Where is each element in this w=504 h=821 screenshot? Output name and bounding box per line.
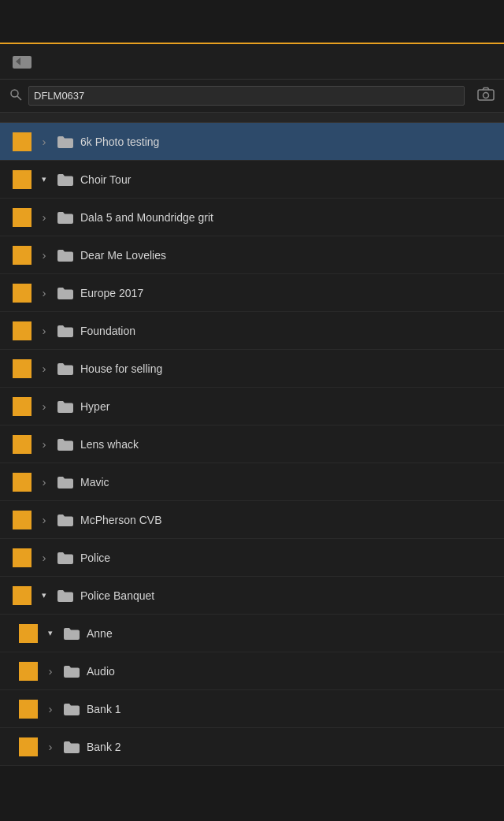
folder-icon xyxy=(57,286,74,300)
list-item[interactable]: › Mavic xyxy=(0,463,504,501)
item-name: Bank 1 xyxy=(87,703,504,715)
item-name: McPherson CVB xyxy=(80,514,504,526)
expand-arrow[interactable]: › xyxy=(44,664,57,678)
item-name: Foundation xyxy=(80,325,504,337)
item-name: 6k Photo testing xyxy=(80,136,504,148)
folder-icon xyxy=(63,702,80,716)
item-name: Police xyxy=(80,552,504,564)
list-item[interactable]: ▾ Choir Tour xyxy=(0,161,504,199)
list-item[interactable]: › Audio xyxy=(0,652,504,690)
color-swatch xyxy=(13,548,32,567)
item-name: Mavic xyxy=(80,476,504,489)
item-name: Dear Me Lovelies xyxy=(80,249,504,262)
file-list: › 6k Photo testing▾ Choir Tour› Dala 5 a… xyxy=(0,123,504,766)
color-swatch xyxy=(13,511,32,529)
color-swatch xyxy=(13,284,32,303)
expand-arrow[interactable]: › xyxy=(38,513,50,526)
item-name: Anne xyxy=(87,627,504,640)
back-icon[interactable] xyxy=(9,50,35,72)
folder-icon xyxy=(57,362,74,376)
item-name: House for selling xyxy=(80,362,504,375)
list-item[interactable]: ▾ Anne xyxy=(0,615,504,652)
expand-arrow[interactable]: ▾ xyxy=(38,174,50,184)
expand-arrow[interactable]: ▾ xyxy=(44,628,57,638)
folder-icon xyxy=(57,437,74,451)
folder-icon xyxy=(57,324,74,338)
expand-arrow[interactable]: › xyxy=(44,740,57,753)
camera-icon[interactable] xyxy=(477,87,495,105)
expand-arrow[interactable]: › xyxy=(38,248,50,262)
color-swatch xyxy=(13,208,32,227)
svg-point-5 xyxy=(484,93,489,98)
color-swatch xyxy=(19,624,38,643)
item-name: Audio xyxy=(87,665,504,678)
list-item[interactable]: › Bank 2 xyxy=(0,728,504,766)
folder-icon xyxy=(63,740,80,754)
expand-arrow[interactable]: › xyxy=(38,551,50,564)
item-name: Hyper xyxy=(80,400,504,413)
list-item[interactable]: › House for selling xyxy=(0,350,504,388)
svg-point-2 xyxy=(11,90,18,97)
expand-arrow[interactable]: › xyxy=(38,399,50,413)
color-swatch xyxy=(19,662,38,681)
list-item[interactable]: › McPherson CVB xyxy=(0,501,504,539)
expand-arrow[interactable]: › xyxy=(38,286,50,299)
color-swatch xyxy=(13,473,32,492)
item-name: Dala 5 and Moundridge grit xyxy=(80,211,504,224)
folder-icon xyxy=(63,664,80,678)
search-input[interactable] xyxy=(28,86,465,106)
expand-arrow[interactable]: › xyxy=(38,437,50,451)
expand-arrow[interactable]: › xyxy=(38,475,50,489)
list-item[interactable]: › Dear Me Lovelies xyxy=(0,236,504,274)
color-swatch xyxy=(13,359,32,378)
color-swatch xyxy=(13,586,32,605)
item-name: Bank 2 xyxy=(87,741,504,753)
expand-arrow[interactable]: › xyxy=(38,210,50,224)
expand-arrow[interactable]: ▾ xyxy=(38,590,50,600)
folder-icon xyxy=(57,173,74,187)
color-swatch xyxy=(13,170,32,189)
list-item[interactable]: › Hyper xyxy=(0,388,504,425)
folder-icon xyxy=(57,399,74,414)
list-item[interactable]: › Europe 2017 xyxy=(0,274,504,312)
expand-arrow[interactable]: › xyxy=(38,135,50,148)
folder-icon xyxy=(57,248,74,262)
list-item[interactable]: ▾ Police Banquet xyxy=(0,577,504,615)
color-swatch xyxy=(13,246,32,265)
list-item[interactable]: › 6k Photo testing xyxy=(0,123,504,161)
svg-rect-0 xyxy=(13,56,32,69)
expand-arrow[interactable]: › xyxy=(38,324,50,337)
color-swatch xyxy=(13,397,32,416)
expand-arrow[interactable]: › xyxy=(44,702,57,715)
list-item[interactable]: › Police xyxy=(0,539,504,577)
expand-arrow[interactable]: › xyxy=(38,362,50,375)
item-name: Lens whack xyxy=(80,438,504,451)
item-name: Police Banquet xyxy=(80,589,504,602)
search-bar xyxy=(0,80,504,113)
folder-icon xyxy=(57,589,74,603)
folder-icon xyxy=(63,626,80,641)
breadcrumb-bar xyxy=(0,44,504,80)
color-swatch xyxy=(19,737,38,756)
table-header xyxy=(0,113,504,123)
folder-icon xyxy=(57,210,74,225)
color-swatch xyxy=(13,132,32,151)
search-icon xyxy=(9,88,22,103)
list-item[interactable]: › Bank 1 xyxy=(0,690,504,728)
list-item[interactable]: › Foundation xyxy=(0,312,504,350)
color-swatch xyxy=(13,435,32,454)
folder-icon xyxy=(57,551,74,565)
item-name: Europe 2017 xyxy=(80,287,504,299)
list-item[interactable]: › Lens whack xyxy=(0,425,504,463)
color-swatch xyxy=(13,321,32,340)
svg-line-3 xyxy=(17,96,21,100)
folder-icon xyxy=(57,475,74,489)
folder-icon xyxy=(57,513,74,527)
color-swatch xyxy=(19,700,38,719)
item-name: Choir Tour xyxy=(80,173,504,186)
list-item[interactable]: › Dala 5 and Moundridge grit xyxy=(0,199,504,236)
top-bar xyxy=(0,0,504,44)
folder-icon xyxy=(57,135,74,149)
